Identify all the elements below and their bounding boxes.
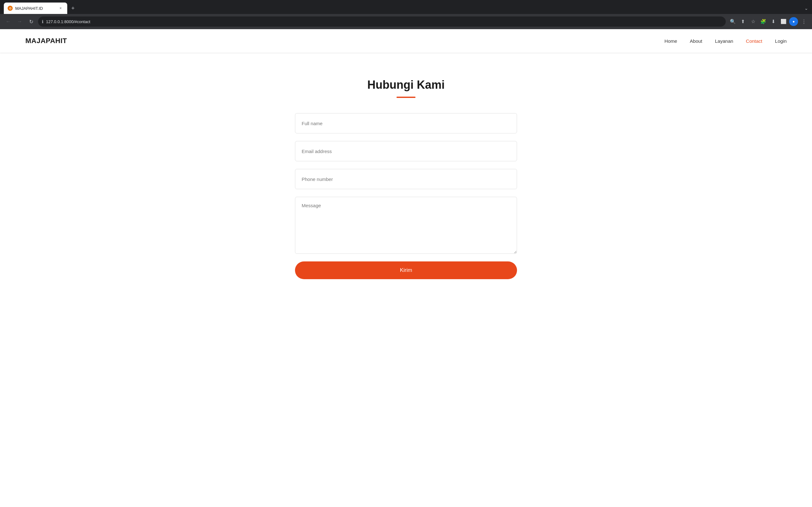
- email-input[interactable]: [295, 141, 517, 161]
- tab-favicon: ⚙: [8, 6, 13, 11]
- browser-toolbar: ← → ↻ ℹ 127.0.0.1:8000/#contact 🔍 ⬆ ☆ 🧩 …: [0, 14, 812, 29]
- nav-home[interactable]: Home: [664, 38, 677, 44]
- address-lock-icon: ℹ: [42, 19, 44, 24]
- share-button[interactable]: ⬆: [739, 17, 747, 26]
- toolbar-actions: 🔍 ⬆ ☆ 🧩 ⬇ ⬜ ● ⋮: [728, 17, 808, 26]
- profile-button[interactable]: ●: [789, 17, 798, 26]
- message-textarea[interactable]: [295, 197, 517, 254]
- split-view-button[interactable]: ⬜: [779, 17, 788, 26]
- phone-input[interactable]: [295, 169, 517, 189]
- back-button[interactable]: ←: [4, 17, 13, 26]
- page-title: Hubungi Kami: [367, 78, 445, 92]
- brand-logo[interactable]: MAJAPAHIT: [26, 37, 67, 45]
- main-content: Hubungi Kami Kirim: [0, 53, 812, 304]
- contact-form: Kirim: [295, 113, 517, 279]
- nav-login[interactable]: Login: [775, 38, 786, 44]
- navbar: MAJAPAHIT Home About Layanan Contact Log…: [0, 29, 812, 53]
- new-tab-button[interactable]: +: [68, 4, 78, 13]
- address-bar[interactable]: ℹ 127.0.0.1:8000/#contact: [38, 16, 726, 26]
- extensions-button[interactable]: 🧩: [759, 17, 768, 26]
- search-button[interactable]: 🔍: [728, 17, 737, 26]
- refresh-button[interactable]: ↻: [27, 17, 36, 26]
- nav-layanan[interactable]: Layanan: [715, 38, 733, 44]
- forward-button[interactable]: →: [15, 17, 24, 26]
- browser-chrome: ⚙ MAJAPAHIT.ID × + ⌄ ← → ↻ ℹ 127.0.0.1:8…: [0, 0, 812, 29]
- tab-close-button[interactable]: ×: [58, 5, 63, 11]
- menu-button[interactable]: ⋮: [799, 17, 808, 26]
- nav-contact[interactable]: Contact: [746, 38, 763, 44]
- bookmark-button[interactable]: ☆: [749, 17, 757, 26]
- address-text: 127.0.0.1:8000/#contact: [46, 19, 90, 24]
- nav-about[interactable]: About: [690, 38, 702, 44]
- nav-links: Home About Layanan Contact Login: [664, 38, 786, 44]
- title-underline: [397, 97, 415, 98]
- tab-bar-menu[interactable]: ⌄: [804, 6, 808, 11]
- tab-bar: ⚙ MAJAPAHIT.ID × + ⌄: [0, 0, 812, 14]
- submit-button[interactable]: Kirim: [295, 262, 517, 279]
- tab-title: MAJAPAHIT.ID: [15, 6, 55, 11]
- download-button[interactable]: ⬇: [769, 17, 778, 26]
- full-name-input[interactable]: [295, 113, 517, 133]
- page: MAJAPAHIT Home About Layanan Contact Log…: [0, 29, 812, 507]
- active-tab[interactable]: ⚙ MAJAPAHIT.ID ×: [4, 3, 67, 14]
